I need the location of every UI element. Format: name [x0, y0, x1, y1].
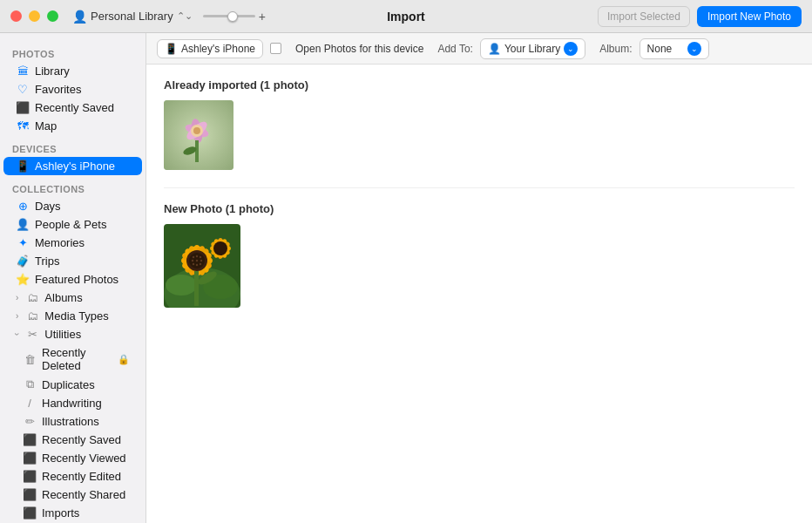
trips-icon: 🧳	[16, 255, 30, 268]
media-types-expand-icon: ›	[16, 311, 18, 321]
albums-expand-icon: ›	[16, 293, 18, 302]
svg-point-29	[200, 260, 202, 262]
device-tab[interactable]: 📱 Ashley's iPhone	[157, 39, 263, 58]
iphone-tab-icon: 📱	[165, 43, 178, 55]
sidebar-label-map: Map	[35, 119, 57, 132]
sidebar-label-trips: Trips	[35, 255, 59, 268]
sidebar-label-featured: Featured Photos	[35, 273, 118, 286]
svg-rect-33	[194, 271, 199, 306]
sidebar-item-utilities[interactable]: › ✂ Utilities	[3, 325, 142, 343]
featured-icon: ⭐	[16, 273, 30, 286]
device-tab-label: Ashley's iPhone	[181, 43, 255, 55]
new-photo-header: New Photo (1 photo)	[164, 202, 795, 215]
sidebar-label-recently-edited: Recently Edited	[42, 470, 121, 483]
album-dropdown-arrow-icon: ⌄	[687, 42, 701, 56]
recently-saved-icon: ⬛	[16, 101, 30, 114]
media-types-icon: 🗂	[25, 309, 39, 323]
illustrations-icon: ✏	[23, 415, 37, 428]
open-photos-label: Open Photos for this device	[295, 43, 423, 55]
sidebar-item-recently-deleted[interactable]: 🗑 Recently Deleted 🔒	[3, 343, 142, 375]
content-area: 📱 Ashley's iPhone Open Photos for this d…	[146, 33, 812, 523]
sidebar: Photos 🏛 Library ♡ Favorites ⬛ Recently …	[0, 33, 146, 523]
person-dropdown-icon: 👤	[488, 43, 501, 55]
sidebar-label-imports: Imports	[42, 506, 79, 520]
iphone-icon: 📱	[16, 160, 30, 173]
new-photo-1[interactable]	[164, 224, 240, 308]
svg-point-30	[193, 263, 194, 265]
sidebar-label-recently-saved2: Recently Saved	[42, 433, 121, 446]
library-dropdown-arrow-icon: ⌄	[564, 42, 578, 56]
sidebar-item-albums[interactable]: › 🗂 Albums	[3, 289, 142, 307]
sidebar-label-illustrations: Illustrations	[42, 415, 99, 428]
import-new-photo-button[interactable]: Import New Photo	[697, 6, 802, 27]
handwriting-icon: /	[23, 397, 37, 410]
sidebar-item-days[interactable]: ⊕ Days	[3, 197, 142, 215]
library-label: Personal Library	[91, 10, 173, 23]
albums-icon: 🗂	[25, 291, 39, 304]
maximize-button[interactable]	[47, 10, 58, 22]
svg-point-31	[196, 264, 198, 266]
section-divider	[164, 187, 795, 188]
sidebar-item-media-types[interactable]: › 🗂 Media Types	[3, 307, 142, 325]
sidebar-item-iphone[interactable]: 📱 Ashley's iPhone	[3, 157, 142, 175]
memories-icon: ✦	[16, 236, 30, 249]
add-to-label: Add To:	[437, 43, 472, 55]
svg-point-25	[196, 255, 198, 257]
recently-saved2-icon: ⬛	[23, 433, 37, 446]
sidebar-label-recently-viewed: Recently Viewed	[42, 452, 126, 465]
sidebar-item-map[interactable]: 🗺 Map	[3, 117, 142, 135]
person-icon: 👤	[72, 10, 87, 24]
library-dropdown[interactable]: 👤 Your Library ⌄	[480, 38, 585, 59]
recently-deleted-icon: 🗑	[23, 353, 37, 366]
photos-section-label: Photos	[0, 40, 145, 62]
utilities-expand-icon: ›	[12, 333, 22, 336]
people-pets-icon: 👤	[16, 218, 30, 231]
devices-section-label: Devices	[0, 135, 145, 157]
sidebar-item-people-pets[interactable]: 👤 People & Pets	[3, 215, 142, 234]
album-dropdown-label: None	[647, 43, 673, 55]
sidebar-item-trips[interactable]: 🧳 Trips	[3, 252, 142, 270]
map-icon: 🗺	[16, 119, 30, 132]
import-selected-button[interactable]: Import Selected	[598, 6, 690, 27]
sidebar-item-illustrations[interactable]: ✏ Illustrations	[3, 412, 142, 431]
photo-content: Already imported (1 photo)	[146, 65, 812, 523]
library-selector[interactable]: 👤 Personal Library ⌃⌄	[72, 10, 193, 24]
sidebar-label-memories: Memories	[35, 236, 85, 249]
sidebar-label-iphone: Ashley's iPhone	[35, 160, 115, 173]
new-photo-grid	[164, 224, 795, 308]
sidebar-label-days: Days	[35, 200, 61, 213]
sidebar-item-recently-shared[interactable]: ⬛ Recently Shared	[3, 486, 142, 504]
sidebar-label-handwriting: Handwriting	[42, 397, 102, 410]
already-imported-photo-1[interactable]	[164, 100, 233, 170]
zoom-plus-icon: +	[259, 10, 266, 24]
svg-point-12	[166, 275, 197, 295]
library-icon: 🏛	[16, 65, 30, 78]
sidebar-item-recently-saved2[interactable]: ⬛ Recently Saved	[3, 431, 142, 449]
sidebar-item-library[interactable]: 🏛 Library	[3, 62, 142, 80]
sidebar-item-memories[interactable]: ✦ Memories	[3, 234, 142, 252]
open-photos-checkbox[interactable]	[270, 43, 281, 54]
close-button[interactable]	[10, 10, 22, 22]
svg-point-7	[193, 127, 200, 134]
sidebar-label-media-types: Media Types	[44, 309, 108, 323]
svg-point-40	[213, 241, 227, 255]
sidebar-item-duplicates[interactable]: ⧉ Duplicates	[3, 375, 142, 394]
sidebar-item-recently-edited[interactable]: ⬛ Recently Edited	[3, 467, 142, 486]
album-dropdown[interactable]: None ⌄	[639, 38, 709, 59]
days-icon: ⊕	[16, 200, 30, 213]
minimize-button[interactable]	[29, 10, 40, 22]
sidebar-label-favorites: Favorites	[35, 83, 81, 96]
sidebar-item-recently-saved[interactable]: ⬛ Recently Saved	[3, 98, 142, 117]
sidebar-item-favorites[interactable]: ♡ Favorites	[3, 80, 142, 98]
sidebar-item-recently-viewed[interactable]: ⬛ Recently Viewed	[3, 449, 142, 467]
sidebar-item-featured[interactable]: ⭐ Featured Photos	[3, 270, 142, 289]
sidebar-label-people-pets: People & Pets	[35, 218, 106, 231]
recently-shared-icon: ⬛	[23, 488, 37, 501]
sidebar-item-imports[interactable]: ⬛ Imports	[3, 504, 142, 522]
sidebar-item-handwriting[interactable]: / Handwriting	[3, 394, 142, 412]
already-imported-header: Already imported (1 photo)	[164, 78, 795, 92]
zoom-slider[interactable]: +	[203, 10, 266, 24]
recently-viewed-icon: ⬛	[23, 452, 37, 465]
favorites-icon: ♡	[16, 83, 30, 96]
sidebar-label-recently-deleted: Recently Deleted	[42, 346, 112, 372]
